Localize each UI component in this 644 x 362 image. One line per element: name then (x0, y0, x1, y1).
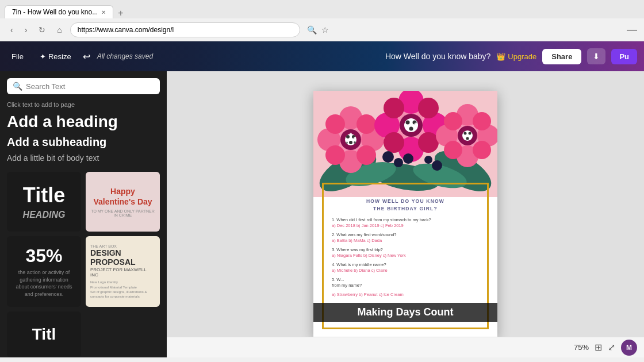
publish-button[interactable]: Pu (611, 49, 637, 64)
heading-italic-text: HEADING (23, 210, 66, 220)
svg-point-35 (409, 127, 413, 131)
title-large-text: Title (23, 183, 65, 207)
svg-point-58 (410, 118, 413, 121)
back-button[interactable]: ‹ (7, 23, 17, 37)
watermark: Making Days Count (313, 303, 497, 322)
main-area: 🔍 Click text to add to page Add a headin… (0, 71, 644, 357)
upgrade-icon: 👑 (496, 52, 505, 61)
svg-point-19 (349, 141, 352, 144)
home-button[interactable]: ⌂ (53, 23, 65, 37)
svg-point-13 (325, 145, 345, 165)
add-body-button[interactable]: Add a little bit of body text (7, 153, 160, 163)
svg-point-60 (406, 127, 409, 130)
resize-label: Resize (48, 52, 71, 61)
valentines-title: Happy Valentine's Day (90, 186, 155, 207)
svg-point-56 (354, 137, 356, 139)
tab-bar: 7in - How Well do you kno... ✕ + (0, 0, 644, 18)
share-button[interactable]: Share (542, 49, 581, 64)
search-box[interactable]: 🔍 (7, 78, 160, 94)
toolbar-left: File ✦ Resize ↩ All changes saved (7, 50, 378, 63)
question-2: 2. What was my first word/sound? a) BaBa… (332, 232, 479, 244)
svg-point-28 (418, 98, 439, 118)
svg-point-21 (354, 141, 356, 144)
canvas-bottom-bar: 75% ⊞ ⤢ M (167, 337, 644, 357)
add-heading-button[interactable]: Add a heading (7, 113, 160, 131)
title-bottom-template-card[interactable]: Titl (7, 311, 81, 357)
active-tab[interactable]: 7in - How Well do you kno... ✕ (5, 5, 113, 18)
svg-point-41 (444, 112, 462, 130)
svg-point-47 (464, 132, 467, 135)
resize-icon: ✦ (40, 52, 46, 61)
svg-point-14 (356, 145, 376, 165)
svg-point-33 (406, 121, 410, 125)
search-icon: 🔍 (13, 82, 22, 91)
svg-point-53 (424, 156, 432, 164)
canvas-area[interactable]: HOW WELL DO YOU KNOW THE BIRTHDAY GIRL? … (167, 71, 644, 357)
search-input[interactable] (26, 82, 154, 91)
svg-point-17 (346, 135, 350, 138)
undo-button[interactable]: ↩ (83, 51, 90, 62)
design-title: How Well do you know baby? (385, 52, 490, 61)
grid-view-button[interactable]: ⊞ (595, 342, 602, 353)
valentines-sub: TO MY ONE AND ONLY PARTNER IN CRIME (90, 209, 155, 217)
svg-point-55 (350, 133, 352, 135)
upgrade-button[interactable]: 👑 Upgrade (496, 52, 536, 61)
file-button[interactable]: File (7, 50, 28, 63)
question-1: 1. When did I first roll from my stomach… (332, 217, 479, 229)
svg-point-27 (384, 98, 404, 118)
forward-button[interactable]: › (21, 23, 31, 37)
svg-point-52 (403, 153, 413, 164)
address-bar-row: ‹ › ↻ ⌂ 🔍 ☆ — (0, 18, 644, 41)
tab-close-icon[interactable]: ✕ (101, 9, 106, 16)
question-5: 5. W... from my name? (332, 277, 479, 289)
address-input[interactable] (70, 22, 300, 37)
svg-point-29 (384, 132, 404, 153)
new-tab-button[interactable]: + (113, 8, 128, 18)
sidebar: 🔍 Click text to add to page Add a headin… (0, 71, 167, 357)
valentines-template-card[interactable]: Happy Valentine's Day TO MY ONE AND ONLY… (86, 172, 160, 232)
minimize-button[interactable]: — (627, 24, 637, 36)
svg-point-42 (473, 112, 491, 130)
download-button[interactable]: ⬇ (587, 48, 605, 64)
title-bottom-text: Titl (32, 325, 56, 344)
svg-point-51 (394, 158, 403, 167)
percentage-body: the action or activity of gathering info… (13, 269, 75, 298)
dp-art-label: THE ART BOX (90, 244, 117, 248)
user-avatar: M (621, 340, 637, 356)
svg-point-59 (415, 123, 417, 126)
svg-point-44 (473, 141, 491, 159)
toolbar-right: How Well do you know baby? 👑 Upgrade Sha… (385, 48, 637, 64)
title-template-card[interactable]: Title HEADING (7, 172, 81, 232)
canva-toolbar: File ✦ Resize ↩ All changes saved How We… (0, 41, 644, 71)
star-icon: ☆ (321, 25, 329, 34)
svg-point-12 (356, 114, 376, 134)
template-grid: Title HEADING Happy Valentine's Day TO M… (0, 172, 167, 357)
svg-point-50 (382, 151, 394, 163)
svg-point-30 (418, 132, 439, 153)
svg-point-49 (466, 137, 469, 140)
question-3: 3. Where was my first trip? a) Niagara F… (332, 247, 479, 259)
svg-point-54 (432, 160, 442, 171)
tab-label: 7in - How Well do you kno... (12, 8, 98, 16)
dp-body: New Logo Identity Promotional Material T… (90, 280, 147, 299)
percentage-template-card[interactable]: 35% the action or activity of gathering … (7, 236, 81, 307)
search-icon: 🔍 (307, 25, 317, 34)
dp-title: DESIGN PROPOSAL (90, 248, 136, 268)
svg-point-57 (346, 140, 348, 143)
zoom-level: 75% (574, 343, 589, 352)
upgrade-label: Upgrade (508, 52, 536, 61)
add-subheading-button[interactable]: Add a subheading (7, 136, 160, 149)
design-proposal-template-card[interactable]: THE ART BOX DESIGN PROPOSAL PROJECT FOR … (86, 236, 160, 307)
reload-button[interactable]: ↻ (35, 23, 49, 37)
quiz-title: HOW WELL DO YOU KNOW THE BIRTHDAY GIRL? (332, 198, 479, 213)
svg-point-43 (444, 141, 462, 159)
click-hint: Click text to add to page (7, 101, 160, 108)
answer-last: a) Strawberry b) Peanut c) Ice Cream (332, 292, 479, 298)
svg-point-11 (325, 114, 345, 134)
percentage-large: 35% (25, 245, 62, 267)
resize-button[interactable]: ✦ Resize (35, 50, 76, 63)
saved-text: All changes saved (97, 52, 153, 60)
svg-point-48 (469, 132, 471, 135)
design-canvas: HOW WELL DO YOU KNOW THE BIRTHDAY GIRL? … (313, 91, 497, 338)
fullscreen-button[interactable]: ⤢ (608, 342, 615, 353)
